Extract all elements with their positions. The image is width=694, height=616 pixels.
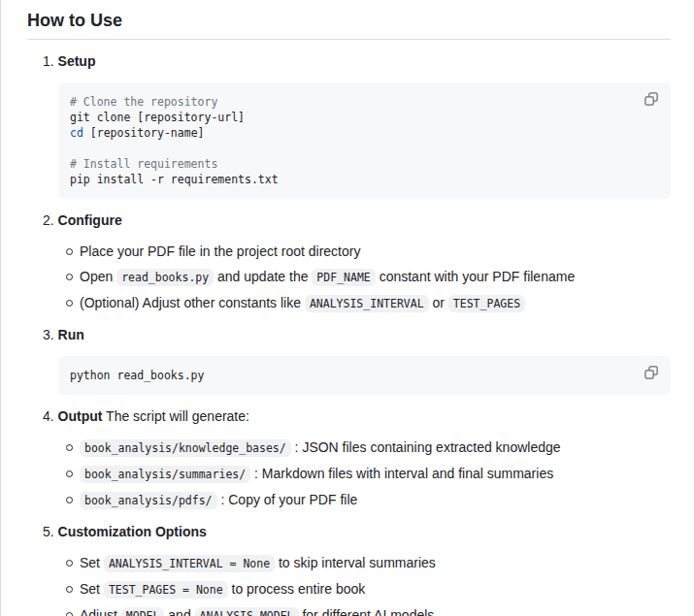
list-item: (Optional) Adjust other constants like A… <box>80 293 671 313</box>
section-heading: How to Use <box>27 10 671 40</box>
inline-code: TEST_PAGES <box>448 295 525 312</box>
code-line: git clone [repository-url] <box>70 110 632 125</box>
step-run: 3. Run python read_books.py <box>43 325 671 395</box>
code-content: # Clone the repositorygit clone [reposit… <box>58 82 671 199</box>
customization-list: Set ANALYSIS_INTERVAL = None to skip int… <box>58 553 671 616</box>
list-item: book_analysis/summaries/ : Markdown file… <box>80 464 671 484</box>
step-number: 4. <box>43 408 54 424</box>
inline-code: ANALYSIS_INTERVAL <box>305 295 429 312</box>
steps-list: 1. Setup # Clone the repositorygit clone… <box>27 51 671 616</box>
code-line-blank <box>70 141 632 156</box>
step-configure: 2. Configure Place your PDF file in the … <box>43 211 671 313</box>
code-block-run: python read_books.py <box>58 356 671 395</box>
step-customization-heading: 5. Customization Options <box>43 522 671 541</box>
step-customization: 5. Customization Options Set ANALYSIS_IN… <box>43 522 671 616</box>
step-run-body: python read_books.py <box>58 356 671 395</box>
inline-code: book_analysis/knowledge_bases/ <box>80 439 291 457</box>
list-item: Set TEST_PAGES = None to process entire … <box>80 579 671 600</box>
list-item: Place your PDF file in the project root … <box>80 242 671 261</box>
step-label: Run <box>58 327 84 342</box>
step-label: Setup <box>58 53 96 69</box>
configure-list: Place your PDF file in the project root … <box>58 242 671 313</box>
step-setup-body: # Clone the repositorygit clone [reposit… <box>58 82 671 199</box>
output-list: book_analysis/knowledge_bases/ : JSON fi… <box>58 438 671 510</box>
step-output: 4. Output The script will generate: book… <box>43 406 671 510</box>
inline-code: TEST_PAGES = None <box>104 581 228 599</box>
code-line: cd [repository-name] <box>70 125 632 141</box>
list-item: book_analysis/pdfs/ : Copy of your PDF f… <box>80 490 671 510</box>
step-output-body: book_analysis/knowledge_bases/ : JSON fi… <box>58 438 671 510</box>
step-customization-body: Set ANALYSIS_INTERVAL = None to skip int… <box>58 553 671 616</box>
code-line: # Clone the repository <box>70 94 632 110</box>
inline-code: book_analysis/pdfs/ <box>80 492 217 509</box>
inline-code: ANALYSIS_MODEL <box>195 607 299 616</box>
inline-code: book_analysis/summaries/ <box>80 466 250 483</box>
step-configure-heading: 2. Configure <box>43 211 671 230</box>
step-setup: 1. Setup # Clone the repositorygit clone… <box>43 51 671 199</box>
list-item: Open read_books.py and update the PDF_NA… <box>80 267 671 287</box>
code-line: pip install -r requirements.txt <box>70 172 632 187</box>
list-item: Set ANALYSIS_INTERVAL = None to skip int… <box>80 553 671 573</box>
inline-code: MODEL <box>121 607 165 616</box>
step-output-heading: 4. Output The script will generate: <box>43 406 671 426</box>
step-label-suffix: The script will generate: <box>102 408 248 424</box>
code-line: python read_books.py <box>70 368 632 383</box>
step-run-heading: 3. Run <box>43 325 671 344</box>
step-label: Customization Options <box>58 524 207 539</box>
copy-button[interactable] <box>641 363 662 384</box>
code-block-setup: # Clone the repositorygit clone [reposit… <box>58 82 671 199</box>
step-number: 5. <box>43 524 54 539</box>
inline-code: PDF_NAME <box>312 269 375 286</box>
copy-button[interactable] <box>641 89 662 111</box>
step-configure-body: Place your PDF file in the project root … <box>58 242 671 313</box>
step-label: Configure <box>58 212 122 228</box>
list-item: book_analysis/knowledge_bases/ : JSON fi… <box>80 438 671 458</box>
step-label: Output <box>58 408 103 424</box>
code-line: # Install requirements <box>70 156 632 172</box>
step-number: 3. <box>43 327 54 342</box>
step-number: 2. <box>43 212 54 228</box>
code-content: python read_books.py <box>58 356 671 395</box>
step-number: 1. <box>43 53 54 69</box>
copy-icon <box>644 366 658 382</box>
copy-icon <box>644 92 658 109</box>
inline-code: read_books.py <box>116 269 214 286</box>
step-setup-heading: 1. Setup <box>43 51 671 71</box>
list-item: Adjust MODEL and ANALYSIS_MODEL for diff… <box>80 605 671 616</box>
readme-document: How to Use 1. Setup # Clone the reposito… <box>0 0 694 616</box>
inline-code: ANALYSIS_INTERVAL = None <box>104 555 275 572</box>
